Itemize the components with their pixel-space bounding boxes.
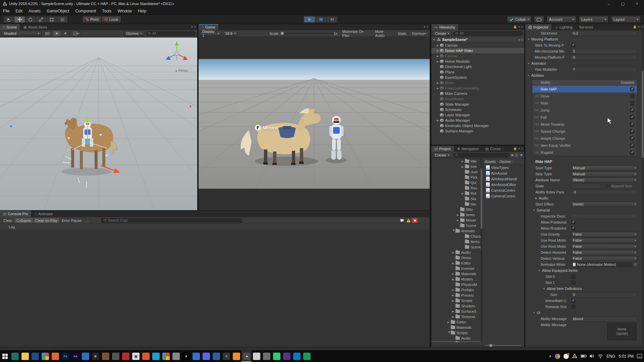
local-toggle-button[interactable]: Local [101,16,121,23]
expand-arrow-icon[interactable]: ▶ [462,160,465,163]
inspector-scrollbar[interactable] [642,31,644,347]
stats-toggle[interactable]: Stats [396,31,409,36]
expand-arrow-icon[interactable]: ▶ [437,55,440,58]
project-file[interactable]: CameraContro [483,187,524,193]
taskbar-app[interactable] [30,350,40,362]
ability-enabled-checkbox[interactable] [630,87,634,91]
project-folder[interactable]: ▶ SurfaceS [431,309,482,314]
project-file[interactable]: CameraContro [483,193,524,199]
close-button[interactable]: × [630,0,644,7]
log-filter-button[interactable] [399,218,405,223]
project-folder[interactable]: ▶ PhysicsM [431,282,482,287]
reequip-checkbox[interactable] [571,305,575,309]
panel-menu-icon[interactable]: ▾≡ [424,25,428,28]
taskbar-app[interactable] [161,350,171,362]
start-effect-dropdown[interactable]: (none) [571,202,637,207]
hierarchy-item[interactable]: ▶ SlowMotion [431,96,524,102]
collab-dropdown[interactable]: Collab [507,16,531,23]
tab-scene[interactable]: #Scene [0,24,20,30]
tab-project[interactable]: ▤Project [431,146,454,152]
scene-header-row[interactable]: ▼ SampleScene* ▾≡ [431,37,524,43]
hierarchy-search-field[interactable] [453,31,523,36]
tree-scrollbar[interactable] [481,159,482,342]
taskbar-app[interactable]: ◄ [241,350,252,362]
expand-arrow-icon[interactable]: ▶ [437,81,440,84]
tab-animator[interactable]: ⁝⁝Animator [32,210,56,217]
expand-arrow-icon[interactable]: ▶ [452,229,455,233]
expand-arrow-icon[interactable]: ▶ [457,214,460,217]
warning-filter-button[interactable] [406,218,411,223]
slot0-checkbox[interactable] [571,275,575,279]
immediate-checkbox[interactable] [571,299,575,303]
ability-row[interactable]: == Fall [532,114,637,121]
taskbar-app[interactable] [211,350,221,362]
project-folder[interactable]: ▶ Scene [431,244,482,250]
audio-toggle[interactable] [62,31,70,36]
expand-arrow-icon[interactable]: ▶ [452,299,455,302]
ability-index-field[interactable]: -1 [571,190,637,195]
hierarchy-item[interactable]: ▶ Nolan HAP Rider [431,48,524,53]
project-folder[interactable]: ▶ Textures [431,314,482,319]
start-button[interactable] [0,350,10,362]
project-folder[interactable]: ▶ Presets [431,293,482,298]
project-file[interactable]: ViewTypes [483,165,524,170]
taskbar-app[interactable] [191,350,201,362]
taskbar-app[interactable] [40,350,50,362]
error-pause-toggle[interactable]: Error Pause [60,218,84,223]
project-folder[interactable]: ▶ Sta [431,196,482,201]
ability-message-field[interactable]: Mount [571,316,637,321]
hierarchy-create-dropdown[interactable]: Create [433,31,452,36]
project-folder[interactable]: ▶ Rev [431,185,482,191]
expand-arrow-icon[interactable]: ▶ [452,289,455,292]
start-type-dropdown[interactable]: Manual [571,166,637,171]
tab-console-truncated[interactable]: ▤Conso› [482,146,507,152]
mute-audio-toggle[interactable]: Mute Audio [373,31,395,36]
drag-handle-icon[interactable]: == [535,115,539,119]
menu-item[interactable]: Component [72,9,99,13]
taskbar-app[interactable] [292,350,302,362]
allow-item-defs-foldout[interactable]: Allow Item Definitions [525,286,641,292]
expand-arrow-icon[interactable]: ▶ [452,310,455,313]
project-folder[interactable]: ▶ Demo [431,255,482,260]
console-log-area[interactable] [0,230,430,347]
project-folder[interactable]: ▶ Qui [431,180,482,185]
wifi-icon[interactable] [598,354,603,358]
clear-on-play-toggle[interactable]: Clear on Play [33,218,60,223]
project-file[interactable]: AimAssist [483,170,524,176]
drag-handle-icon[interactable]: == [535,94,539,98]
ability-enabled-checkbox[interactable] [630,129,634,133]
scale-tool-button[interactable] [36,16,46,23]
discord-tray-icon[interactable] [564,354,569,359]
expand-arrow-icon[interactable]: ▶ [457,219,460,222]
persp-label[interactable]: Persp [175,68,188,72]
inspector-scrollbar-thumb[interactable] [642,71,644,158]
menu-item[interactable]: Window [114,9,135,13]
project-folder[interactable]: ▶ Scripts [431,330,482,336]
favorites-icon[interactable]: ★ [520,153,523,157]
expand-arrow-icon[interactable]: ▶ [452,315,455,318]
taskbar-app[interactable] [282,350,292,362]
project-folder[interactable]: ▶ Animato [431,228,482,234]
state-field[interactable] [571,184,601,189]
ui-foldout[interactable]: UI [525,310,641,316]
scene-search-field[interactable] [146,31,196,36]
lighting-toggle[interactable] [53,31,61,36]
yaw-multiplier-field[interactable]: 7 [571,67,637,72]
ability-row[interactable]: == Move Towards [532,121,637,128]
hierarchy-item[interactable]: ▶ Rider [431,80,524,85]
drag-handle-icon[interactable]: == [535,129,539,133]
moving-platform-foldout[interactable]: Moving Platform [525,36,641,42]
menu-item[interactable]: GameObject [44,9,72,13]
clear-button[interactable]: Clear [1,218,14,223]
maximize-button[interactable]: ▢ [616,0,630,7]
log-group-header[interactable]: Log [0,224,430,230]
taskbar-app[interactable] [262,350,272,362]
project-folder[interactable]: ▶ Items [431,239,482,244]
taskbar-app[interactable] [151,350,161,362]
expand-arrow-icon[interactable]: ▶ [452,294,455,297]
project-folder[interactable]: ▶ Materials [431,271,482,277]
unity-tray-icon[interactable] [572,354,577,359]
project-file[interactable]: AimAssistOffse [483,182,524,187]
scene-viewport[interactable]: Persp [0,38,197,210]
tree-scrollbar-thumb[interactable] [481,169,482,229]
